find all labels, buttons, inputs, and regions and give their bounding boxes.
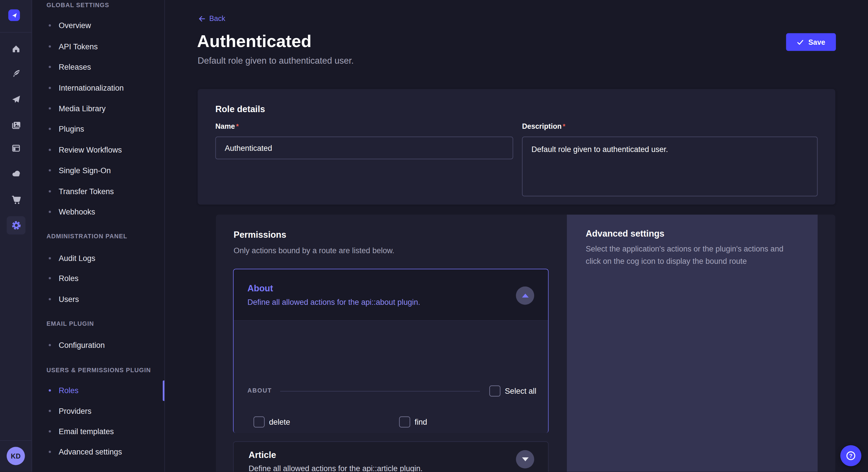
media-library-icon[interactable] (0, 119, 32, 132)
nav-item-audit-logs[interactable]: Audit Logs (49, 251, 160, 266)
page-subtitle: Default role given to authenticated user… (197, 56, 353, 66)
main-content: Back Authenticated Default role given to… (165, 0, 868, 472)
sidebar-divider-top (0, 32, 32, 33)
nav-item-up-roles-active[interactable]: Roles (49, 383, 160, 398)
bullet-icon (49, 45, 51, 48)
nav-item-plugins[interactable]: Plugins (49, 122, 160, 136)
accordion-article[interactable]: Article Define all allowed actions for t… (233, 441, 549, 472)
accordion-about-header[interactable]: About Define all allowed actions for the… (234, 269, 548, 321)
nav-item-api-tokens[interactable]: API Tokens (49, 39, 160, 54)
nav-item-up-advanced-settings[interactable]: Advanced settings (49, 445, 160, 459)
bullet-icon (49, 66, 51, 68)
strapi-logo-glyph (11, 12, 18, 19)
chevron-up-icon (522, 294, 528, 298)
save-label: Save (808, 38, 825, 46)
settings-gear-icon-active[interactable] (7, 216, 26, 235)
nav-section-administration-panel: ADMINISTRATION PANEL (46, 232, 157, 240)
permissions-card: Permissions Only actions bound by a rout… (216, 214, 835, 472)
nav-section-email-plugin: EMAIL PLUGIN (46, 320, 157, 328)
bullet-icon (49, 430, 51, 433)
bullet-icon (49, 344, 51, 346)
nav-item-users[interactable]: Users (49, 292, 160, 306)
save-button[interactable]: Save (786, 33, 836, 51)
checkbox-delete[interactable] (253, 416, 265, 428)
question-mark-icon: ? (845, 450, 857, 461)
strapi-logo[interactable] (8, 9, 20, 21)
nav-item-internationalization[interactable]: Internationalization (49, 81, 160, 95)
checkbox-delete-label[interactable]: delete (269, 416, 290, 428)
group-divider-line (280, 391, 480, 392)
layout-icon[interactable] (0, 142, 32, 155)
nav-item-providers[interactable]: Providers (49, 404, 160, 418)
checkbox-find[interactable] (399, 416, 410, 428)
bullet-icon (49, 191, 51, 193)
nav-section-global-settings: GLOBAL SETTINGS (46, 1, 157, 9)
nav-item-webhooks[interactable]: Webhooks (49, 205, 160, 219)
permissions-title: Permissions (234, 230, 286, 240)
bullet-icon (49, 169, 51, 172)
bullet-icon (49, 211, 51, 213)
arrow-left-icon (197, 14, 205, 22)
advanced-settings-description: Select the application's actions or the … (586, 243, 793, 267)
nav-item-media-library[interactable]: Media Library (49, 101, 160, 115)
required-asterisk: * (236, 123, 239, 131)
accordion-article-description: Define all allowed actions for the api::… (249, 464, 423, 472)
cloud-icon[interactable] (0, 166, 32, 179)
bullet-icon (49, 128, 51, 130)
check-icon (797, 38, 804, 45)
bullet-icon (49, 451, 51, 453)
page-title: Authenticated (197, 32, 312, 51)
nav-item-transfer-tokens[interactable]: Transfer Tokens (49, 184, 160, 198)
accordion-about-description: Define all allowed actions for the api::… (247, 298, 420, 307)
accordion-about-body: ABOUT Select all delete find update (234, 321, 548, 433)
bullet-icon (49, 298, 51, 301)
collapse-button[interactable] (516, 286, 534, 305)
sidebar-divider-bottom (0, 440, 32, 441)
name-input[interactable] (215, 136, 513, 159)
accordion-article-title: Article (249, 450, 276, 460)
expand-button[interactable] (516, 450, 534, 469)
bullet-icon (49, 107, 51, 110)
required-asterisk: * (563, 123, 565, 131)
bullet-icon (49, 410, 51, 412)
bullet-icon (49, 257, 51, 260)
role-details-card: Role details Name* Description* Default … (197, 89, 835, 204)
description-label: Description* (522, 122, 565, 131)
nav-item-email-templates[interactable]: Email templates (49, 424, 160, 438)
settings-nav: GLOBAL SETTINGS Overview API Tokens Rele… (32, 0, 165, 472)
role-details-title: Role details (215, 104, 265, 114)
nav-item-overview[interactable]: Overview (49, 19, 160, 33)
avatar[interactable]: KD (7, 447, 25, 465)
home-icon[interactable] (0, 42, 32, 55)
advanced-settings-title: Advanced settings (586, 229, 664, 239)
select-all-checkbox[interactable] (489, 385, 501, 397)
back-label: Back (209, 14, 225, 23)
description-textarea[interactable]: Default role given to authenticated user… (522, 136, 818, 196)
nav-item-releases[interactable]: Releases (49, 60, 160, 74)
nav-item-single-sign-on[interactable]: Single Sign-On (49, 163, 160, 177)
name-label: Name* (215, 122, 239, 131)
bullet-icon (49, 149, 51, 151)
nav-section-users-permissions-plugin: USERS & PERMISSIONS PLUGIN (46, 366, 157, 374)
permissions-subtitle: Only actions bound by a route are listed… (234, 246, 394, 255)
chevron-down-icon (522, 458, 528, 461)
back-link[interactable]: Back (197, 14, 225, 23)
nav-item-review-workflows[interactable]: Review Workflows (49, 143, 160, 157)
active-item-indicator (163, 380, 164, 401)
bullet-icon (49, 87, 51, 89)
marketplace-cart-icon[interactable] (0, 193, 32, 206)
content-feather-icon[interactable] (0, 67, 32, 80)
advanced-settings-panel: Advanced settings Select the application… (567, 214, 818, 472)
send-plane-icon[interactable] (0, 93, 32, 106)
select-all-label[interactable]: Select all (505, 385, 536, 397)
bullet-icon (49, 390, 51, 392)
nav-item-admin-roles[interactable]: Roles (49, 271, 160, 285)
checkbox-find-label[interactable]: find (414, 416, 427, 428)
nav-item-configuration[interactable]: Configuration (49, 338, 160, 352)
accordion-about-title: About (247, 283, 273, 294)
bullet-icon (49, 277, 51, 279)
help-button[interactable]: ? (840, 445, 861, 466)
accordion-about: About Define all allowed actions for the… (233, 269, 549, 433)
svg-text:?: ? (849, 453, 852, 459)
group-label: ABOUT (247, 387, 272, 394)
